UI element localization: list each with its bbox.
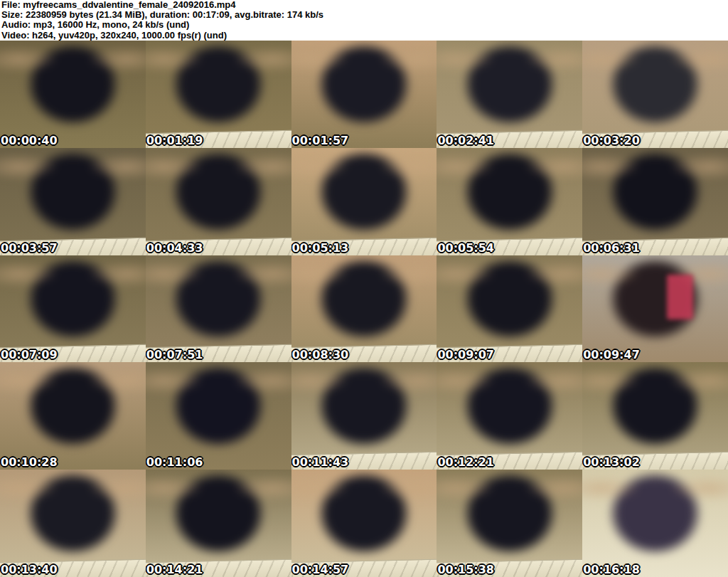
thumbnail-accent-object [667, 275, 693, 319]
thumbnail-photo-placeholder [146, 362, 291, 470]
video-thumbnail: 00:12:21 [437, 362, 582, 470]
timestamp-overlay: 00:08:30 [292, 349, 349, 361]
video-thumbnail: 00:13:02 [582, 362, 728, 470]
video-thumbnail: 00:01:19 [146, 41, 291, 148]
timestamp-overlay: 00:02:41 [437, 135, 494, 147]
video-thumbnail: 00:14:57 [291, 470, 437, 577]
thumbnail-photo-placeholder [291, 41, 437, 148]
timestamp-overlay: 00:09:07 [437, 349, 494, 361]
timestamp-overlay: 00:05:13 [292, 243, 349, 254]
audio-info-line: Audio: mp3, 16000 Hz, mono, 24 kb/s (und… [1, 20, 728, 30]
timestamp-overlay: 00:15:38 [437, 564, 494, 576]
timestamp-overlay: 00:00:40 [1, 135, 58, 147]
timestamp-overlay: 00:13:02 [583, 457, 640, 468]
thumbnail-photo-placeholder [0, 362, 146, 470]
video-thumbnail: 00:05:54 [437, 148, 582, 255]
timestamp-overlay: 00:06:31 [583, 243, 640, 254]
timestamp-overlay: 00:03:20 [583, 135, 640, 147]
timestamp-overlay: 00:03:57 [1, 243, 58, 254]
timestamp-overlay: 00:01:57 [292, 135, 349, 147]
timestamp-overlay: 00:16:18 [583, 564, 640, 576]
video-info-line: Video: h264, yuv420p, 320x240, 1000.00 f… [1, 31, 728, 41]
timestamp-overlay: 00:09:47 [583, 349, 640, 361]
video-thumbnail: 00:02:41 [437, 41, 582, 148]
video-thumbnail: 00:14:21 [146, 470, 291, 577]
file-size-line: Size: 22380959 bytes (21.34 MiB), durati… [1, 10, 728, 20]
thumbnail-photo-placeholder [0, 41, 146, 148]
timestamp-overlay: 00:14:21 [146, 564, 203, 576]
thumbnail-grid: 00:00:40 00:01:19 00:01:57 00:02:41 00:0… [0, 41, 728, 577]
video-thumbnail: 00:09:07 [437, 255, 582, 363]
video-thumbnail: 00:15:38 [437, 470, 582, 577]
timestamp-overlay: 00:11:43 [292, 457, 349, 468]
video-contact-sheet: File: myfreecams_ddvalentine_female_2409… [0, 0, 728, 577]
timestamp-overlay: 00:13:40 [1, 564, 58, 576]
video-thumbnail: 00:07:51 [146, 255, 291, 363]
video-thumbnail: 00:07:09 [0, 255, 146, 363]
timestamp-overlay: 00:01:19 [146, 135, 203, 147]
timestamp-overlay: 00:05:54 [437, 243, 494, 254]
video-thumbnail: 00:03:20 [582, 41, 728, 148]
video-thumbnail: 00:01:57 [291, 41, 437, 148]
timestamp-overlay: 00:14:57 [292, 564, 349, 576]
video-thumbnail: 00:04:33 [146, 148, 291, 255]
video-thumbnail: 00:08:30 [291, 255, 437, 363]
video-thumbnail: 00:00:40 [0, 41, 146, 148]
thumbnail-photo-placeholder [582, 255, 728, 363]
video-thumbnail: 00:05:13 [291, 148, 437, 255]
file-name-line: File: myfreecams_ddvalentine_female_2409… [1, 0, 728, 10]
timestamp-overlay: 00:10:28 [1, 457, 58, 468]
timestamp-overlay: 00:12:21 [437, 457, 494, 468]
timestamp-overlay: 00:11:06 [146, 457, 203, 468]
video-thumbnail: 00:10:28 [0, 362, 146, 470]
thumbnail-photo-placeholder [582, 470, 728, 577]
timestamp-overlay: 00:07:51 [146, 349, 203, 361]
video-thumbnail: 00:09:47 [582, 255, 728, 363]
timestamp-overlay: 00:07:09 [1, 349, 58, 361]
video-thumbnail: 00:06:31 [582, 148, 728, 255]
video-thumbnail: 00:13:40 [0, 470, 146, 577]
video-thumbnail: 00:03:57 [0, 148, 146, 255]
media-info-header: File: myfreecams_ddvalentine_female_2409… [0, 0, 728, 41]
video-thumbnail: 00:16:18 [582, 470, 728, 577]
timestamp-overlay: 00:04:33 [146, 243, 203, 254]
video-thumbnail: 00:11:06 [146, 362, 291, 470]
video-thumbnail: 00:11:43 [291, 362, 437, 470]
